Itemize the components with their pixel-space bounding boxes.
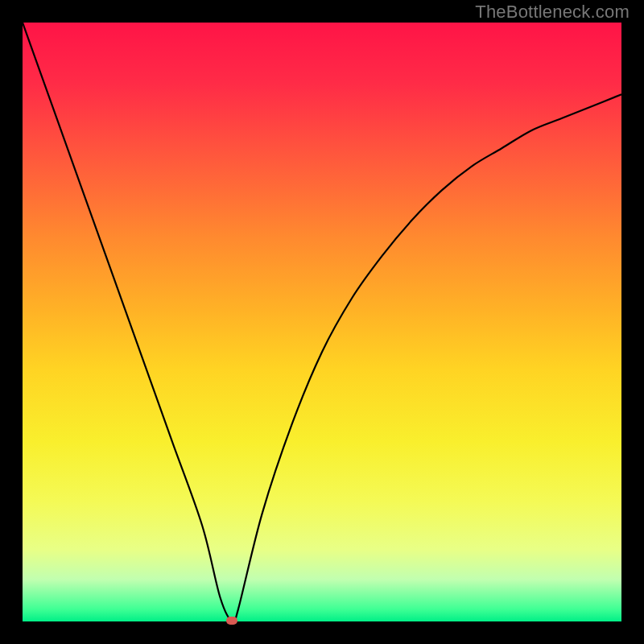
chart-plot-area bbox=[23, 23, 621, 621]
optimal-point-marker bbox=[226, 617, 237, 625]
bottleneck-curve bbox=[23, 23, 621, 621]
watermark-label: TheBottleneck.com bbox=[475, 2, 630, 23]
